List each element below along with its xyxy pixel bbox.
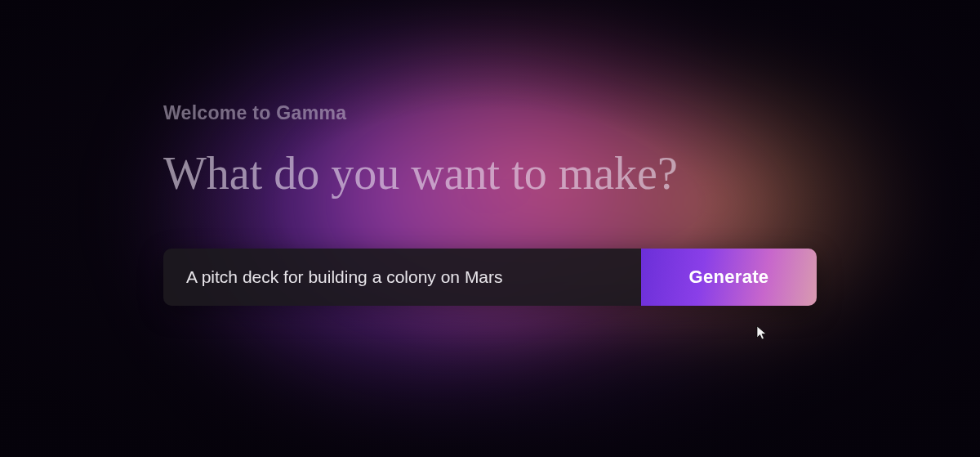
generate-button[interactable]: Generate: [641, 249, 817, 306]
headline: What do you want to make?: [163, 147, 817, 199]
welcome-text: Welcome to Gamma: [163, 102, 817, 124]
prompt-input[interactable]: [163, 249, 641, 306]
hero-content: Welcome to Gamma What do you want to mak…: [0, 0, 980, 306]
prompt-input-row: Generate: [163, 249, 817, 306]
